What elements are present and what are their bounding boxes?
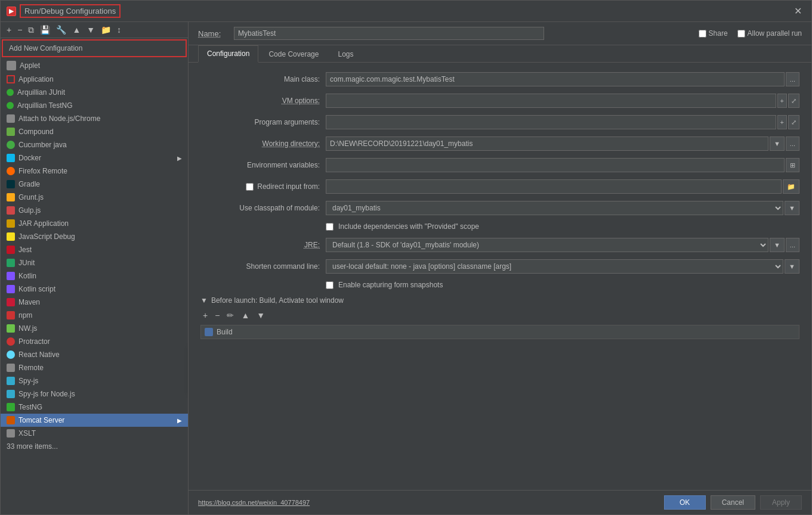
list-item-compound[interactable]: Compound	[1, 125, 188, 138]
bottom-link[interactable]: https://blog.csdn.net/weixin_40778497	[198, 499, 310, 506]
main-class-input[interactable]	[326, 72, 785, 86]
firefox-icon	[7, 167, 15, 175]
enable-snapshots-checkbox[interactable]	[326, 281, 334, 289]
list-item-spy-js[interactable]: Spy-js	[1, 374, 188, 387]
args-expand-button[interactable]: +	[777, 115, 787, 129]
classpath-dropdown[interactable]: ▼	[785, 201, 799, 215]
classpath-select[interactable]: day01_mybatis	[326, 201, 783, 215]
list-item-firefox[interactable]: Firefox Remote	[1, 165, 188, 178]
close-button[interactable]: ✕	[791, 4, 805, 18]
list-item-attach-nodejs[interactable]: Attach to Node.js/Chrome	[1, 112, 188, 125]
redirect-checkbox[interactable]	[246, 183, 254, 191]
jre-dropdown[interactable]: ▼	[770, 238, 785, 252]
list-item-applet[interactable]: Applet	[1, 58, 188, 73]
kotlin-script-icon	[7, 285, 15, 293]
list-item-kotlin[interactable]: Kotlin	[1, 269, 188, 283]
before-launch-edit[interactable]: ✏	[224, 309, 236, 321]
vm-expand-button[interactable]: +	[777, 94, 787, 108]
list-item-label: Spy-js for Node.js	[18, 390, 75, 398]
before-launch-down[interactable]: ▼	[254, 309, 267, 321]
before-launch-up[interactable]: ▲	[239, 309, 252, 321]
working-dir-dropdown[interactable]: ▼	[770, 136, 785, 151]
list-item-more[interactable]: 33 more items...	[1, 440, 188, 453]
name-input[interactable]	[234, 27, 544, 40]
list-item-xslt[interactable]: XSLT	[1, 427, 188, 440]
wrench-button[interactable]: 🔧	[54, 24, 69, 35]
share-label: Share	[709, 29, 728, 38]
list-item-label: Compound	[18, 128, 54, 136]
list-item-remote[interactable]: Remote	[1, 361, 188, 374]
share-checkbox[interactable]	[699, 30, 706, 38]
tab-configuration[interactable]: Configuration	[198, 45, 258, 63]
list-item-react-native[interactable]: React Native	[1, 348, 188, 361]
list-item-gulp[interactable]: Gulp.js	[1, 204, 188, 217]
list-item-label: JAR Application	[18, 219, 69, 228]
tab-code-coverage[interactable]: Code Coverage	[260, 46, 328, 62]
gulp-icon	[7, 206, 15, 215]
folder-button[interactable]: 📁	[98, 24, 113, 35]
vm-expand2-button[interactable]: ⤢	[788, 94, 799, 108]
env-vars-button[interactable]: ⊞	[786, 158, 799, 172]
left-toolbar: + − ⧉ 💾 🔧 ▲ ▼ 📁 ↕	[1, 22, 188, 38]
jre-select[interactable]: Default (1.8 - SDK of 'day01_mybatis' mo…	[326, 238, 768, 252]
before-launch-add[interactable]: +	[200, 309, 210, 321]
down-button[interactable]: ▼	[84, 24, 97, 35]
args-expand2-button[interactable]: ⤢	[788, 115, 799, 129]
redirect-browse[interactable]: 📁	[783, 179, 799, 194]
list-item-kotlin-script[interactable]: Kotlin script	[1, 283, 188, 296]
program-args-input[interactable]	[326, 115, 776, 129]
working-dir-input[interactable]	[326, 136, 768, 151]
list-item-tomcat[interactable]: Tomcat Server ▶ Add New 'Tomcat Server' …	[1, 414, 188, 427]
shorten-dropdown[interactable]: ▼	[785, 259, 799, 274]
xslt-icon	[7, 429, 15, 438]
list-item-label: Docker	[18, 154, 41, 162]
sort-button[interactable]: ↕	[115, 24, 124, 35]
vm-options-input[interactable]	[326, 94, 776, 108]
list-item-npm[interactable]: npm	[1, 309, 188, 322]
redirect-input[interactable]	[326, 179, 782, 194]
name-label: Name:	[198, 29, 228, 38]
before-launch-remove[interactable]: −	[212, 309, 222, 321]
main-class-dots-button[interactable]: ...	[786, 72, 799, 86]
list-item-js-debug[interactable]: JavaScript Debug	[1, 230, 188, 243]
list-item-cucumber[interactable]: Cucumber java	[1, 138, 188, 151]
copy-button[interactable]: ⧉	[26, 24, 36, 35]
env-vars-input[interactable]	[326, 158, 785, 172]
list-item-application[interactable]: Application	[1, 73, 188, 86]
list-item-label: Attach to Node.js/Chrome	[18, 114, 100, 123]
save-button[interactable]: 💾	[38, 24, 53, 35]
list-item-jest[interactable]: Jest	[1, 243, 188, 256]
tab-logs[interactable]: Logs	[329, 46, 362, 62]
list-item-label: Jest	[18, 246, 32, 254]
ok-button[interactable]: OK	[664, 495, 706, 510]
cancel-button[interactable]: Cancel	[711, 495, 755, 510]
list-item-arquillian-testng[interactable]: Arquillian TestNG	[1, 99, 188, 112]
parallel-checkbox[interactable]	[737, 30, 745, 38]
testng-icon	[7, 403, 15, 411]
up-button[interactable]: ▲	[70, 24, 83, 35]
list-item-arquillian-junit[interactable]: Arquillian JUnit	[1, 86, 188, 99]
list-item-gradle[interactable]: Gradle	[1, 178, 188, 191]
include-deps-checkbox[interactable]	[326, 223, 334, 231]
apply-button[interactable]: Apply	[760, 495, 802, 510]
list-item-protractor[interactable]: Protractor	[1, 335, 188, 348]
vm-options-input-group: + ⤢	[326, 94, 799, 108]
list-item-spy-js-node[interactable]: Spy-js for Node.js	[1, 387, 188, 401]
list-item-testng[interactable]: TestNG	[1, 401, 188, 414]
jre-select-group: Default (1.8 - SDK of 'day01_mybatis' mo…	[326, 238, 799, 252]
list-item-junit[interactable]: JUnit	[1, 256, 188, 269]
list-item-maven[interactable]: Maven	[1, 296, 188, 309]
working-dir-browse[interactable]: ...	[786, 136, 799, 151]
before-launch-header[interactable]: ▼ Before launch: Build, Activate tool wi…	[200, 296, 799, 305]
list-item-jar[interactable]: JAR Application	[1, 217, 188, 230]
list-item-grunt[interactable]: Grunt.js	[1, 191, 188, 204]
list-item-nwjs[interactable]: NW.js	[1, 322, 188, 335]
shorten-cmd-select[interactable]: user-local default: none - java [options…	[326, 259, 783, 274]
build-icon	[205, 328, 213, 336]
tomcat-icon	[7, 416, 15, 424]
add-button[interactable]: +	[4, 24, 14, 35]
remove-button[interactable]: −	[15, 24, 24, 35]
jre-browse[interactable]: ...	[786, 238, 799, 252]
list-item-docker[interactable]: Docker ▶	[1, 151, 188, 165]
config-type-list[interactable]: Applet Application Arquillian JUnit Arqu…	[1, 58, 188, 514]
